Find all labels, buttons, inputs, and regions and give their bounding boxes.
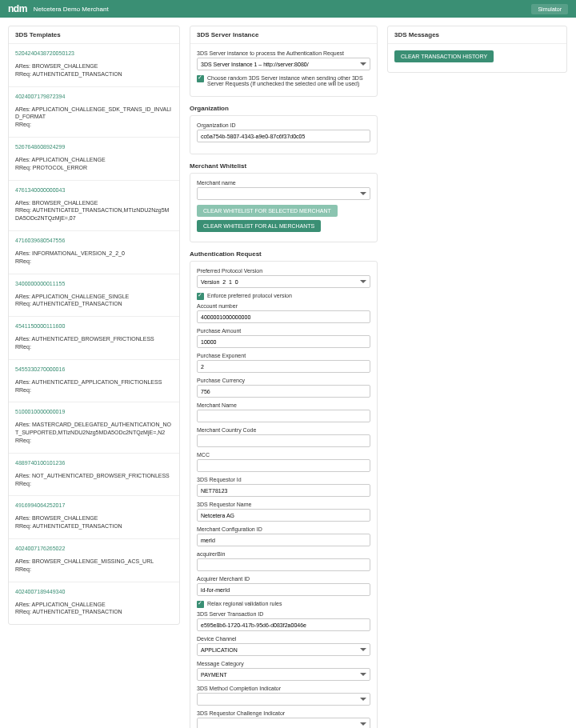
completion-label: 3DS Method Completion Indicator — [197, 686, 370, 691]
template-item[interactable]: 4889740100101236ARes: NOT_AUTHENTICATED_… — [9, 454, 179, 497]
template-rreq: RReq: — [15, 566, 173, 574]
server-title: 3DS Server Instance — [190, 26, 377, 44]
acquirer-bin-input[interactable] — [197, 558, 370, 571]
template-item[interactable]: 4716039680547556ARes: INFORMATIONAL_VERS… — [9, 231, 179, 274]
template-rreq: RReq: AUTHENTICATED_TRANSACTION — [15, 522, 173, 530]
merchant-name-auth-label: Merchant Name — [197, 402, 370, 408]
template-ares: ARes: AUTHENTICATED_APPLICATION_FRICTION… — [15, 378, 173, 386]
template-ares: ARes: APPLICATION_CHALLENGE — [15, 601, 173, 609]
clear-history-button[interactable]: CLEAR TRANSACTION HISTORY — [394, 50, 494, 62]
config-id-input[interactable] — [197, 534, 370, 546]
template-ares: ARes: BROWSER_CHALLENGE — [15, 514, 173, 522]
challenge-select[interactable] — [197, 718, 370, 728]
template-id: 4889740100101236 — [15, 460, 173, 466]
template-rreq: RReq: — [15, 121, 173, 129]
merchant-name-select[interactable] — [197, 187, 370, 200]
currency-input[interactable] — [197, 385, 370, 398]
protocol-select[interactable]: Version_2_1_0 — [197, 275, 370, 288]
template-ares: ARes: MASTERCARD_DELEGATED_AUTHENTICATIO… — [15, 421, 173, 437]
template-ares: ARes: BROWSER_CHALLENGE_MISSING_ACS_URL — [15, 558, 173, 566]
random-server-checkbox[interactable] — [197, 75, 204, 82]
merchant-name-label: Merchant name — [197, 180, 370, 186]
acquirer-merchant-label: Acquirer Merchant ID — [197, 576, 370, 582]
requestor-name-label: 3DS Requestor Name — [197, 502, 370, 507]
template-item[interactable]: 5267648608924299ARes: APPLICATION_CHALLE… — [9, 138, 179, 181]
auth-title: Authentication Request — [190, 250, 378, 258]
template-ares: ARes: BROWSER_CHALLENGE — [15, 62, 173, 70]
templates-title: 3DS Templates — [9, 26, 179, 44]
clear-selected-button[interactable]: CLEAR WHITELIST FOR SELECTED MERCHANT — [197, 205, 338, 217]
amount-label: Purchase Amount — [197, 328, 370, 334]
template-item[interactable]: 4024007176265022ARes: BROWSER_CHALLENGE_… — [9, 539, 179, 582]
server-instance-label: 3DS Server instance to process the Authe… — [197, 50, 370, 56]
org-id-input[interactable] — [197, 130, 370, 142]
template-rreq: RReq: AUTHENTICATED_TRANSACTION — [15, 300, 173, 308]
whitelist-section: Merchant Whitelist Merchant name CLEAR W… — [190, 162, 378, 242]
simulator-button[interactable]: Simulator — [531, 4, 568, 14]
template-id: 4024007176265022 — [15, 546, 173, 551]
relax-checkbox[interactable] — [197, 601, 204, 608]
template-item[interactable]: 4024007179872394ARes: APPLICATION_CHALLE… — [9, 87, 179, 138]
navbar: ndm Netcetera Demo Merchant Simulator — [0, 0, 576, 18]
message-select[interactable]: PAYMENT — [197, 668, 370, 681]
template-item[interactable]: 4916994064252017ARes: BROWSER_CHALLENGER… — [9, 496, 179, 539]
country-input[interactable] — [197, 434, 370, 447]
template-rreq: RReq: — [15, 437, 173, 445]
template-ares: ARes: APPLICATION_CHALLENGE_SDK_TRANS_ID… — [15, 106, 173, 122]
exponent-input[interactable] — [197, 360, 370, 373]
protocol-label: Preferred Protocol Version — [197, 268, 370, 274]
template-item[interactable]: 5204240438720050123ARes: BROWSER_CHALLEN… — [9, 44, 179, 87]
main-container: 3DS Templates 5204240438720050123ARes: B… — [0, 18, 576, 728]
clear-all-button[interactable]: CLEAR WHITELIST FOR ALL MERCHANTS — [197, 220, 321, 232]
template-id: 5204240438720050123 — [15, 50, 173, 56]
template-rreq: RReq: AUTHENTICATED_TRANSACTION — [15, 608, 173, 616]
messages-title: 3DS Messages — [388, 26, 566, 44]
org-id-label: Organization ID — [197, 122, 370, 128]
template-item[interactable]: 5455330270000016ARes: AUTHENTICATED_APPL… — [9, 360, 179, 403]
acquirer-bin-label: acquirerBin — [197, 551, 370, 557]
template-id: 4716039680547556 — [15, 238, 173, 243]
template-id: 5267648608924299 — [15, 144, 173, 150]
server-panel: 3DS Server Instance 3DS Server instance … — [190, 26, 378, 97]
template-ares: ARes: INFORMATIONAL_VERSION_2_2_0 — [15, 250, 173, 258]
template-id: 4916994064252017 — [15, 502, 173, 508]
template-ares: ARes: APPLICATION_CHALLENGE — [15, 156, 173, 164]
template-ares: ARes: AUTHENTICATED_BROWSER_FRICTIONLESS — [15, 335, 173, 343]
template-item[interactable]: 4761340000000043ARes: BROWSER_CHALLENGER… — [9, 181, 179, 231]
merchant-name-input[interactable] — [197, 410, 370, 422]
template-item[interactable]: 5100010000000019ARes: MASTERCARD_DELEGAT… — [9, 402, 179, 453]
requestor-name-input[interactable] — [197, 509, 370, 522]
account-label: Account number — [197, 303, 370, 309]
trans-id-input[interactable] — [197, 618, 370, 631]
template-item[interactable]: 3400000000011155ARes: APPLICATION_CHALLE… — [9, 274, 179, 318]
amount-input[interactable] — [197, 335, 370, 348]
template-item[interactable]: 4024007189449340ARes: APPLICATION_CHALLE… — [9, 582, 179, 625]
random-server-label: Choose random 3DS Server instance when s… — [207, 75, 370, 86]
template-id: 5455330270000016 — [15, 366, 173, 372]
template-id: 3400000000011155 — [15, 281, 173, 286]
whitelist-title: Merchant Whitelist — [190, 162, 378, 170]
templates-list: 5204240438720050123ARes: BROWSER_CHALLEN… — [9, 44, 179, 624]
logo: ndm — [8, 3, 27, 14]
device-label: Device Channel — [197, 636, 370, 642]
requestor-id-label: 3DS Requestor Id — [197, 477, 370, 482]
template-rreq: RReq: — [15, 480, 173, 488]
completion-select[interactable] — [197, 693, 370, 706]
template-id: 4761340000000043 — [15, 187, 173, 193]
country-label: Merchant Country Code — [197, 427, 370, 433]
organization-section: Organization Organization ID — [190, 105, 378, 154]
template-id: 4541150000111600 — [15, 323, 173, 329]
mcc-input[interactable] — [197, 459, 370, 472]
server-instance-select[interactable]: 3DS Server Instance 1 – http://server:80… — [197, 58, 370, 70]
config-id-label: Merchant Configuration ID — [197, 526, 370, 532]
template-id: 4024007179872394 — [15, 94, 173, 99]
brand-text: Netcetera Demo Merchant — [34, 6, 109, 13]
requestor-id-input[interactable] — [197, 484, 370, 497]
template-item[interactable]: 4541150000111600ARes: AUTHENTICATED_BROW… — [9, 317, 179, 360]
account-input[interactable] — [197, 310, 370, 323]
template-rreq: RReq: — [15, 343, 173, 351]
template-ares: ARes: APPLICATION_CHALLENGE_SINGLE — [15, 293, 173, 301]
acquirer-merchant-input[interactable] — [197, 583, 370, 596]
device-select[interactable]: APPLICATION — [197, 643, 370, 656]
enforce-checkbox[interactable] — [197, 293, 204, 300]
